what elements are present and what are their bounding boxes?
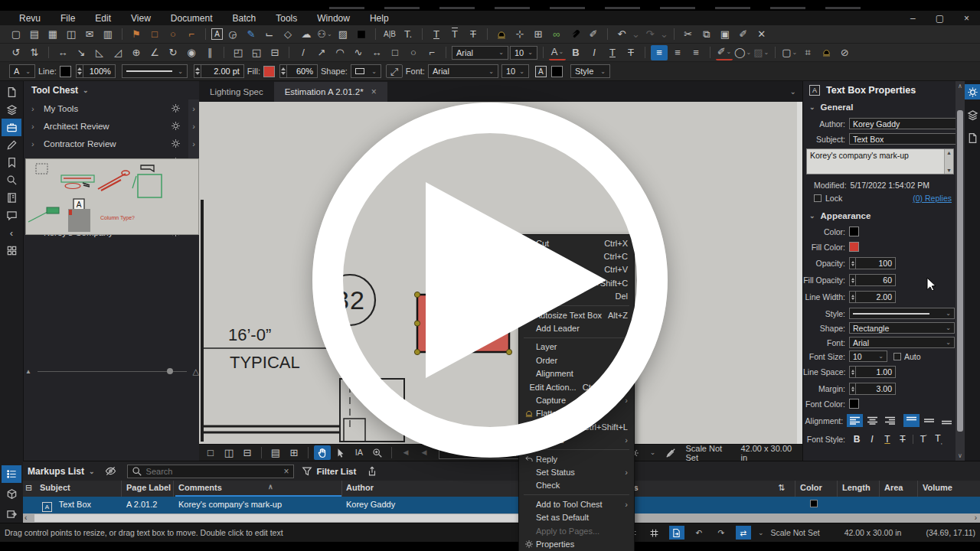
zoom-out-icon[interactable]: ▲ [25, 368, 31, 375]
line-width-spinner[interactable] [194, 64, 201, 78]
fill-color-swatch[interactable] [849, 242, 859, 252]
autosize-button[interactable]: A [535, 66, 547, 77]
compare-text-icon[interactable]: A|B [381, 27, 398, 42]
scroll-left-icon[interactable]: ‹ [24, 514, 27, 523]
save-markup-icon[interactable]: ⊞ [530, 27, 547, 42]
reuse-markup-icon[interactable] [669, 526, 684, 540]
property-font-size-dropdown[interactable]: 10⌄ [501, 64, 529, 78]
gear-icon[interactable] [171, 139, 181, 148]
flatten-small-icon[interactable] [818, 45, 835, 60]
search-panel-icon[interactable] [2, 171, 21, 189]
scroll-right-icon[interactable]: › [975, 514, 977, 523]
style-dropdown[interactable]: Style⌄ [570, 64, 610, 78]
superscript-button[interactable]: T' [916, 434, 931, 445]
angle-icon[interactable]: ∠ [146, 45, 163, 60]
flatten-icon[interactable] [493, 27, 510, 42]
shape-drop[interactable]: Rectangle⌄ [849, 322, 955, 334]
highlight-icon[interactable]: ✐⌄ [716, 45, 733, 60]
center-icon[interactable]: ⊕ [128, 45, 145, 60]
column-comments[interactable]: Comments [178, 483, 222, 492]
markups-list-title[interactable]: Markups List⌄ [28, 466, 95, 477]
context-menu-item-alignment[interactable]: Alignment› [519, 367, 634, 380]
context-menu-item-edit-action[interactable]: Edit Action...Ctrl+Shift+E [519, 380, 634, 393]
properties-panel-scrollbar[interactable]: ∧ ∨ [956, 81, 965, 461]
status-scale-label[interactable]: Scale Not Set [770, 528, 819, 537]
bold-button[interactable]: B [849, 434, 864, 445]
polyline-flag-icon[interactable]: ⌐ [183, 27, 200, 42]
column-area[interactable]: Area [884, 483, 903, 492]
expand-arrow-icon[interactable]: › [188, 135, 199, 152]
corner-one-icon[interactable]: ◰ [230, 45, 247, 60]
counter-icon[interactable]: ◉ [183, 45, 200, 60]
rotate-cw-icon[interactable]: ↻ [165, 45, 181, 60]
align-right-icon[interactable]: ≡ [688, 45, 704, 60]
strikethrough-button[interactable]: T [895, 434, 910, 445]
callout-tool-icon[interactable]: ⌙ [261, 27, 278, 42]
context-menu-item-autosize-text-box[interactable]: Autosize Text BoxAlt+Z [519, 308, 634, 321]
page-thumbnails-icon[interactable]: ▤ [267, 445, 284, 460]
ellipse-tool-icon[interactable]: ○ [405, 45, 422, 60]
italic-icon[interactable]: I [586, 45, 603, 60]
forms-panel-icon[interactable] [965, 130, 980, 145]
skew-left-icon[interactable]: ◺ [91, 45, 108, 60]
column-author[interactable]: Author [346, 483, 374, 492]
hscroll-thumb[interactable] [34, 514, 521, 522]
window-restore-button[interactable]: ▢ [936, 13, 944, 24]
markup-type-dropdown[interactable]: A⌄ [9, 64, 35, 78]
print-icon[interactable]: ◫ [63, 27, 80, 42]
tool-chest-preview[interactable]: A Column Type? [25, 158, 199, 235]
slider-handle[interactable] [167, 368, 173, 374]
save-icon[interactable]: ▦ [44, 27, 61, 42]
email-icon[interactable]: ✉ [81, 27, 98, 42]
line-space-spinner[interactable] [849, 366, 856, 378]
markups-horizontal-scrollbar[interactable]: ‹ › [0, 514, 980, 523]
column-color[interactable]: Color [800, 483, 822, 492]
disable-markup-icon[interactable] [662, 445, 679, 460]
context-menu-item-set-as-default[interactable]: Set as Default [519, 510, 634, 523]
expand-arrow-icon[interactable]: › [188, 117, 199, 135]
line-width-spinner[interactable] [849, 291, 856, 303]
squiggly-text-icon[interactable]: T [446, 27, 463, 42]
bookmarks-icon[interactable] [2, 154, 21, 171]
side-by-side-view-icon[interactable]: ◫ [220, 445, 237, 460]
select-text-icon[interactable]: ΙA [351, 445, 368, 460]
text-review-icon[interactable]: T. [400, 27, 416, 42]
comment-field[interactable]: Korey's company's mark-up ▲▼ [806, 148, 954, 174]
fill-opacity-spinner[interactable] [849, 274, 856, 286]
align-left-icon[interactable]: ≡ [651, 45, 668, 60]
summary-rail-icon[interactable] [2, 505, 21, 523]
open-file-icon[interactable]: ▤ [26, 27, 43, 42]
column-settings-icon[interactable]: ⇅ [778, 483, 785, 493]
tab-list-dropdown-icon[interactable]: ⌄ [790, 87, 796, 96]
context-menu-item-reply[interactable]: Reply [519, 452, 634, 465]
context-menu-item-add-leader[interactable]: Add Leader [519, 321, 634, 334]
page-setup-icon[interactable]: ▢⌄ [781, 45, 798, 60]
sort-ascending-icon[interactable]: ∧ [268, 483, 273, 491]
align-left-button[interactable] [847, 414, 863, 427]
underline-text-icon[interactable]: T [428, 27, 445, 42]
image-tool-icon[interactable]: ▨ [335, 27, 351, 42]
context-menu-item-copy[interactable]: CopyCtrl+C [519, 249, 634, 262]
tool-chest-item-my-tools[interactable]: ›My Tools › [24, 99, 199, 117]
context-menu-item-paste[interactable]: PasteCtrl+V [519, 263, 634, 276]
column-volume[interactable]: Volume [923, 483, 952, 492]
panel-font-size-dropdown[interactable]: 10⌄ [849, 350, 887, 362]
tool-chest-zoom-slider[interactable]: ▲ △ [25, 366, 199, 377]
pen-tool-icon[interactable]: ✎ [243, 27, 260, 42]
underline-button[interactable]: T [880, 434, 895, 445]
rectangle-flag-icon[interactable]: □ [146, 27, 163, 42]
line-opacity-spinner[interactable] [76, 64, 83, 78]
union-icon[interactable]: ⊟ [266, 45, 283, 60]
color-swatch[interactable] [849, 227, 859, 236]
context-menu-item-set-status[interactable]: Set Status› [519, 465, 634, 478]
flip-icon[interactable]: ⇅ [26, 45, 43, 60]
zoom-tool-icon[interactable] [369, 445, 386, 460]
file-access-icon[interactable] [2, 83, 21, 101]
author-field[interactable] [849, 118, 956, 129]
snap-to-grid-icon[interactable] [647, 526, 662, 540]
canvas-scrollbar[interactable] [797, 102, 802, 444]
full-screen-icon[interactable]: ⊞ [286, 445, 302, 460]
skew-right-icon[interactable]: ◿ [109, 45, 126, 60]
margin-value[interactable]: 3.00 [856, 383, 896, 395]
font-color-icon[interactable]: A⌄ [549, 45, 566, 60]
